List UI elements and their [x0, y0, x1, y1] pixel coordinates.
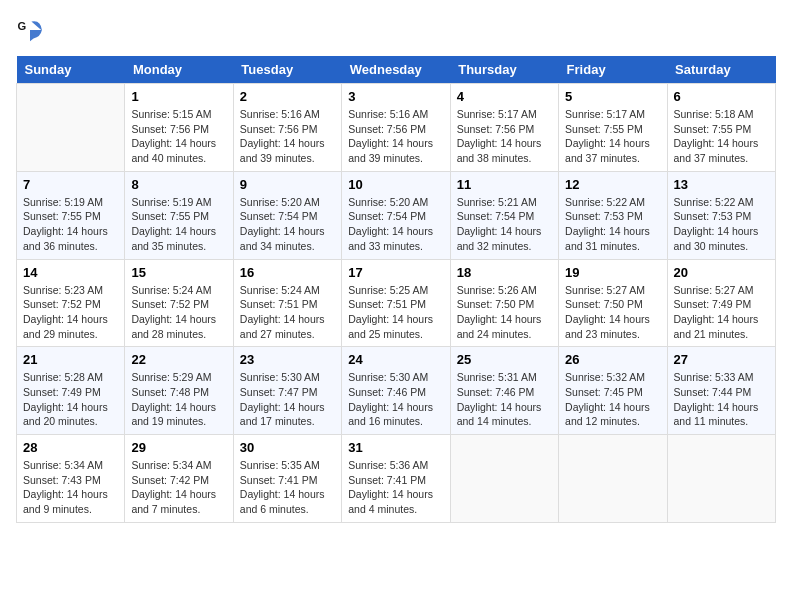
calendar-cell: 5Sunrise: 5:17 AM Sunset: 7:55 PM Daylig…: [559, 84, 667, 172]
day-number: 9: [240, 177, 335, 192]
day-info: Sunrise: 5:33 AM Sunset: 7:44 PM Dayligh…: [674, 370, 769, 429]
calendar-cell: 3Sunrise: 5:16 AM Sunset: 7:56 PM Daylig…: [342, 84, 450, 172]
day-number: 4: [457, 89, 552, 104]
calendar-cell: 2Sunrise: 5:16 AM Sunset: 7:56 PM Daylig…: [233, 84, 341, 172]
day-info: Sunrise: 5:27 AM Sunset: 7:49 PM Dayligh…: [674, 283, 769, 342]
calendar-week-row: 28Sunrise: 5:34 AM Sunset: 7:43 PM Dayli…: [17, 435, 776, 523]
day-info: Sunrise: 5:17 AM Sunset: 7:56 PM Dayligh…: [457, 107, 552, 166]
calendar-week-row: 14Sunrise: 5:23 AM Sunset: 7:52 PM Dayli…: [17, 259, 776, 347]
day-number: 21: [23, 352, 118, 367]
calendar-cell: 25Sunrise: 5:31 AM Sunset: 7:46 PM Dayli…: [450, 347, 558, 435]
calendar-week-row: 7Sunrise: 5:19 AM Sunset: 7:55 PM Daylig…: [17, 171, 776, 259]
day-info: Sunrise: 5:22 AM Sunset: 7:53 PM Dayligh…: [674, 195, 769, 254]
day-info: Sunrise: 5:18 AM Sunset: 7:55 PM Dayligh…: [674, 107, 769, 166]
calendar-cell: 24Sunrise: 5:30 AM Sunset: 7:46 PM Dayli…: [342, 347, 450, 435]
day-number: 14: [23, 265, 118, 280]
day-info: Sunrise: 5:30 AM Sunset: 7:47 PM Dayligh…: [240, 370, 335, 429]
calendar-cell: 20Sunrise: 5:27 AM Sunset: 7:49 PM Dayli…: [667, 259, 775, 347]
day-number: 6: [674, 89, 769, 104]
col-header-sunday: Sunday: [17, 56, 125, 84]
day-number: 28: [23, 440, 118, 455]
day-number: 10: [348, 177, 443, 192]
calendar-cell: 14Sunrise: 5:23 AM Sunset: 7:52 PM Dayli…: [17, 259, 125, 347]
day-number: 18: [457, 265, 552, 280]
day-number: 13: [674, 177, 769, 192]
calendar-cell: [559, 435, 667, 523]
day-number: 30: [240, 440, 335, 455]
day-number: 7: [23, 177, 118, 192]
calendar-cell: 26Sunrise: 5:32 AM Sunset: 7:45 PM Dayli…: [559, 347, 667, 435]
calendar-header-row: SundayMondayTuesdayWednesdayThursdayFrid…: [17, 56, 776, 84]
day-info: Sunrise: 5:20 AM Sunset: 7:54 PM Dayligh…: [240, 195, 335, 254]
day-info: Sunrise: 5:15 AM Sunset: 7:56 PM Dayligh…: [131, 107, 226, 166]
day-info: Sunrise: 5:19 AM Sunset: 7:55 PM Dayligh…: [23, 195, 118, 254]
day-number: 26: [565, 352, 660, 367]
calendar-cell: 19Sunrise: 5:27 AM Sunset: 7:50 PM Dayli…: [559, 259, 667, 347]
day-info: Sunrise: 5:32 AM Sunset: 7:45 PM Dayligh…: [565, 370, 660, 429]
svg-text:G: G: [17, 20, 26, 32]
calendar-cell: 18Sunrise: 5:26 AM Sunset: 7:50 PM Dayli…: [450, 259, 558, 347]
day-info: Sunrise: 5:34 AM Sunset: 7:42 PM Dayligh…: [131, 458, 226, 517]
day-info: Sunrise: 5:16 AM Sunset: 7:56 PM Dayligh…: [240, 107, 335, 166]
day-number: 27: [674, 352, 769, 367]
day-number: 15: [131, 265, 226, 280]
logo: G: [16, 16, 48, 44]
day-number: 19: [565, 265, 660, 280]
day-info: Sunrise: 5:34 AM Sunset: 7:43 PM Dayligh…: [23, 458, 118, 517]
col-header-tuesday: Tuesday: [233, 56, 341, 84]
col-header-thursday: Thursday: [450, 56, 558, 84]
calendar-cell: 16Sunrise: 5:24 AM Sunset: 7:51 PM Dayli…: [233, 259, 341, 347]
calendar-cell: 9Sunrise: 5:20 AM Sunset: 7:54 PM Daylig…: [233, 171, 341, 259]
day-number: 8: [131, 177, 226, 192]
day-number: 29: [131, 440, 226, 455]
calendar-cell: 4Sunrise: 5:17 AM Sunset: 7:56 PM Daylig…: [450, 84, 558, 172]
calendar-cell: 12Sunrise: 5:22 AM Sunset: 7:53 PM Dayli…: [559, 171, 667, 259]
day-info: Sunrise: 5:28 AM Sunset: 7:49 PM Dayligh…: [23, 370, 118, 429]
day-number: 1: [131, 89, 226, 104]
calendar-cell: [17, 84, 125, 172]
day-info: Sunrise: 5:16 AM Sunset: 7:56 PM Dayligh…: [348, 107, 443, 166]
calendar-cell: [450, 435, 558, 523]
day-number: 31: [348, 440, 443, 455]
day-info: Sunrise: 5:35 AM Sunset: 7:41 PM Dayligh…: [240, 458, 335, 517]
calendar-table: SundayMondayTuesdayWednesdayThursdayFrid…: [16, 56, 776, 523]
calendar-cell: 27Sunrise: 5:33 AM Sunset: 7:44 PM Dayli…: [667, 347, 775, 435]
col-header-friday: Friday: [559, 56, 667, 84]
calendar-week-row: 1Sunrise: 5:15 AM Sunset: 7:56 PM Daylig…: [17, 84, 776, 172]
calendar-cell: 6Sunrise: 5:18 AM Sunset: 7:55 PM Daylig…: [667, 84, 775, 172]
day-info: Sunrise: 5:23 AM Sunset: 7:52 PM Dayligh…: [23, 283, 118, 342]
col-header-saturday: Saturday: [667, 56, 775, 84]
calendar-week-row: 21Sunrise: 5:28 AM Sunset: 7:49 PM Dayli…: [17, 347, 776, 435]
calendar-cell: [667, 435, 775, 523]
calendar-cell: 10Sunrise: 5:20 AM Sunset: 7:54 PM Dayli…: [342, 171, 450, 259]
day-number: 16: [240, 265, 335, 280]
calendar-cell: 21Sunrise: 5:28 AM Sunset: 7:49 PM Dayli…: [17, 347, 125, 435]
calendar-cell: 29Sunrise: 5:34 AM Sunset: 7:42 PM Dayli…: [125, 435, 233, 523]
logo-icon: G: [16, 16, 44, 44]
page-header: G: [16, 16, 776, 44]
calendar-cell: 13Sunrise: 5:22 AM Sunset: 7:53 PM Dayli…: [667, 171, 775, 259]
day-number: 25: [457, 352, 552, 367]
calendar-cell: 11Sunrise: 5:21 AM Sunset: 7:54 PM Dayli…: [450, 171, 558, 259]
day-number: 23: [240, 352, 335, 367]
day-info: Sunrise: 5:24 AM Sunset: 7:52 PM Dayligh…: [131, 283, 226, 342]
calendar-cell: 30Sunrise: 5:35 AM Sunset: 7:41 PM Dayli…: [233, 435, 341, 523]
day-info: Sunrise: 5:27 AM Sunset: 7:50 PM Dayligh…: [565, 283, 660, 342]
day-info: Sunrise: 5:36 AM Sunset: 7:41 PM Dayligh…: [348, 458, 443, 517]
calendar-cell: 1Sunrise: 5:15 AM Sunset: 7:56 PM Daylig…: [125, 84, 233, 172]
day-number: 11: [457, 177, 552, 192]
day-info: Sunrise: 5:21 AM Sunset: 7:54 PM Dayligh…: [457, 195, 552, 254]
day-info: Sunrise: 5:24 AM Sunset: 7:51 PM Dayligh…: [240, 283, 335, 342]
day-info: Sunrise: 5:22 AM Sunset: 7:53 PM Dayligh…: [565, 195, 660, 254]
calendar-cell: 17Sunrise: 5:25 AM Sunset: 7:51 PM Dayli…: [342, 259, 450, 347]
day-info: Sunrise: 5:19 AM Sunset: 7:55 PM Dayligh…: [131, 195, 226, 254]
day-number: 3: [348, 89, 443, 104]
calendar-cell: 23Sunrise: 5:30 AM Sunset: 7:47 PM Dayli…: [233, 347, 341, 435]
day-number: 2: [240, 89, 335, 104]
day-number: 20: [674, 265, 769, 280]
day-info: Sunrise: 5:25 AM Sunset: 7:51 PM Dayligh…: [348, 283, 443, 342]
day-number: 12: [565, 177, 660, 192]
day-info: Sunrise: 5:26 AM Sunset: 7:50 PM Dayligh…: [457, 283, 552, 342]
day-number: 24: [348, 352, 443, 367]
day-info: Sunrise: 5:17 AM Sunset: 7:55 PM Dayligh…: [565, 107, 660, 166]
